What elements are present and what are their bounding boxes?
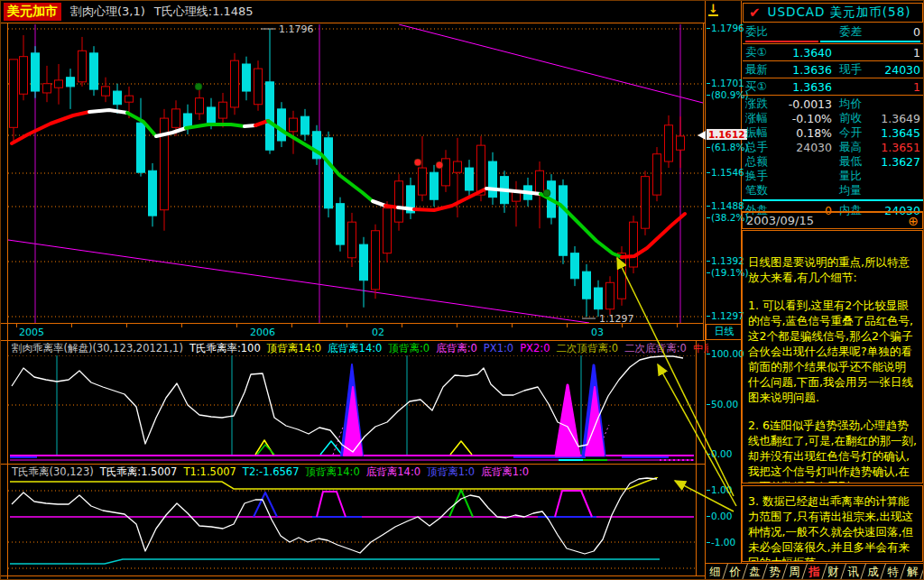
- quote-row: 最新1.3636现手24030: [743, 62, 923, 77]
- indicator-param: T氏乖离:1.5007: [100, 465, 178, 478]
- indicator-value: T氏心理线:1.1485: [154, 4, 254, 20]
- note-paragraph: 3. 数据已经超出乖离率的计算能力范围了,只有请出祖宗来,出现这种情况,一般不久…: [748, 493, 917, 562]
- bottom-indicator-header: T氏乖离(30,123)T氏乖离:1.5007T1:1.5007T2:-1.65…: [8, 465, 708, 478]
- title-bar: 美元加市 割肉心理(3,1) T氏心理线:1.1485: [1, 1, 707, 23]
- quote-label: 买①: [745, 79, 778, 95]
- svg-text:1.1297: 1.1297: [599, 313, 634, 323]
- axis-label: 1.1546: [707, 167, 744, 178]
- quote-value: 1.3636: [778, 63, 832, 77]
- indicator-param: 底背离14:0: [366, 465, 420, 478]
- bottom-indicator-plot[interactable]: [8, 477, 696, 575]
- quote-value: 1: [877, 46, 920, 60]
- indicator-param: 顶背离1:0: [427, 465, 475, 478]
- mid-indicator-plot[interactable]: [8, 355, 696, 463]
- quote-label: 总手: [745, 140, 778, 155]
- bias-indicator-chart: [8, 355, 696, 463]
- quote-label: 委差: [832, 24, 877, 40]
- axis-tick: [677, 324, 678, 327]
- indicator-name: 割肉心理(3,1): [70, 4, 145, 20]
- quote-value: 1.3649: [877, 112, 920, 125]
- quote-value: 1.3651: [877, 141, 920, 154]
- bid-ask-ratio-bar: [745, 40, 920, 42]
- indicator-param: 底背离14:0: [328, 342, 382, 354]
- axis-label: 50.00: [707, 399, 738, 410]
- main-chart-plot[interactable]: 1.17961.1297: [8, 24, 703, 323]
- quote-label: 现手: [832, 62, 877, 78]
- quote-value: 24030: [877, 63, 920, 77]
- axis-tick: [16, 324, 17, 327]
- symbol-name: 美元加市: [4, 3, 61, 21]
- indicator-param: 顶背离14:0: [267, 342, 321, 354]
- indicator-param: 底背离:0: [436, 342, 477, 354]
- axis-tick: [512, 324, 513, 327]
- axis-label: 1.00: [707, 484, 732, 495]
- quote-row: 买①1.36361: [743, 79, 923, 94]
- axis-label: 100.00: [707, 348, 744, 359]
- quote-label: 卖①: [745, 45, 778, 60]
- quote-value: 0.18%: [778, 126, 832, 140]
- quote-row: 委比委差0: [743, 24, 923, 39]
- axis-tick: [236, 324, 237, 327]
- indicator-param: 顶背离14:0: [305, 465, 359, 478]
- quote-label: 涨跌: [745, 97, 778, 112]
- x-axis-label: 02: [372, 327, 384, 338]
- quote-row: 换手量比: [743, 169, 923, 183]
- axis-tick: [457, 324, 457, 327]
- axis-label: -1.00: [707, 537, 735, 548]
- check-icon: ✔: [749, 5, 761, 21]
- axis-tick: [126, 324, 127, 327]
- note-paragraph: 日线图是要说明的重点,所以特意放大来看,有几个细节:: [748, 254, 917, 285]
- quote-value: 0: [877, 25, 920, 39]
- quote-value: 1.3627: [877, 155, 920, 169]
- axis-label: 1.1796: [707, 23, 744, 33]
- axis-label: 1.1297: [707, 310, 744, 321]
- quote-row: 卖①1.36401: [743, 45, 923, 60]
- axis-label: 1.1392: [707, 255, 744, 266]
- quote-label: 均量: [832, 183, 877, 198]
- quote-value: -0.10%: [778, 112, 832, 125]
- crosshair-icon[interactable]: ⊕: [908, 214, 919, 228]
- date-row: 2003/09/15 ⊕: [742, 212, 923, 229]
- price-pointer-icon: [698, 131, 706, 140]
- quote-value: 1.3645: [877, 126, 920, 140]
- price-axis-column: ↓ 1.17961.1701(80.9%)1.1612(61.8%)1.1546…: [705, 1, 743, 580]
- axis-tick: [402, 324, 402, 327]
- quote-label: 最低: [832, 154, 877, 170]
- indicator-param: 割肉乖离率(解盘)(30,123,20121,1): [12, 342, 183, 354]
- quote-value: -0.0013: [778, 97, 832, 111]
- indicator-param: PX2:0: [520, 342, 550, 354]
- date-label: 2003/09/15: [746, 214, 814, 227]
- quote-row: 笔数均量: [743, 183, 923, 198]
- note-box-1: 日线图是要说明的重点,所以特意放大来看,有几个细节:1. 可以看到,这里有2个比…: [742, 230, 923, 483]
- mid-indicator-header: 割肉乖离率(解盘)(30,123,20121,1)T氏乖离率:100顶背离14:…: [8, 342, 708, 355]
- axis-tick: [622, 324, 623, 327]
- trading-terminal-window: 美元加市 割肉心理(3,1) T氏心理线:1.1485 1.17961.1297…: [0, 0, 924, 580]
- quote-label: 振幅: [745, 125, 778, 141]
- quote-label: 均价: [832, 97, 877, 112]
- quote-label: 笔数: [745, 183, 778, 198]
- svg-text:1.1796: 1.1796: [279, 24, 314, 35]
- quote-label: 今开: [832, 125, 877, 141]
- bottom-tab-bar: 细价盘势周指财讯成特解: [706, 563, 923, 580]
- indicator-param: T1:1.5007: [183, 465, 236, 478]
- quote-value: 1.3640: [778, 46, 832, 60]
- axis-tick: [291, 324, 292, 327]
- quote-label: 委比: [745, 24, 778, 40]
- note-paragraph: 1. 可以看到,这里有2个比较显眼的信号,蓝色信号重叠了品红色号,这2个都是骗线…: [748, 298, 917, 405]
- note-box-2: 3. 数据已经超出乖离率的计算能力范围了,只有请出祖宗来,出现这种情况,一般不久…: [742, 485, 923, 562]
- quote-header: ✔ USDCAD 美元加币(58): [743, 3, 923, 23]
- quote-label: 最新: [745, 62, 778, 78]
- indicator-param: PX1:0: [484, 342, 513, 354]
- quote-label: 总额: [745, 154, 778, 170]
- x-axis: 200520060203: [8, 324, 703, 340]
- quote-value: 1: [877, 80, 920, 94]
- scroll-down-icon[interactable]: ↓: [708, 3, 718, 16]
- axis-tick: [181, 324, 182, 327]
- quote-label: 换手: [745, 169, 778, 184]
- candlestick-chart: 1.17961.1297: [8, 24, 703, 323]
- axis-label: 0.00: [707, 511, 732, 521]
- indicator-param: T氏乖离率:100: [189, 342, 261, 354]
- indicator-param: 底背离1:0: [481, 465, 529, 478]
- quote-label: 量比: [832, 169, 877, 184]
- tab-解[interactable]: 解: [901, 564, 924, 580]
